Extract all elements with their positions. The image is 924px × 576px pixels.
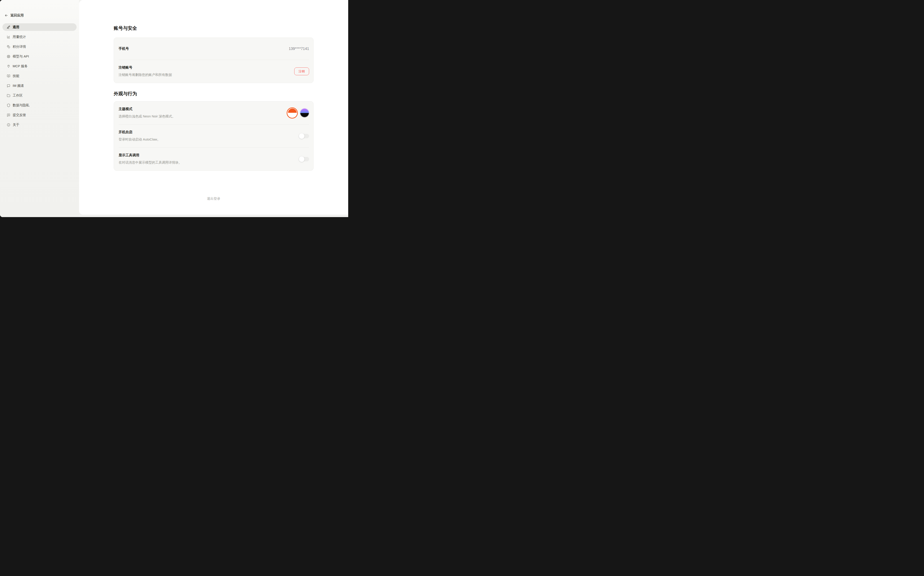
sidebar-item-data-privacy[interactable]: 数据与隐私 (2, 101, 77, 109)
neon-noir-theme-swatch[interactable] (300, 108, 309, 117)
theme-swatches (287, 107, 309, 118)
delete-account-button[interactable]: 注销 (294, 67, 309, 75)
section-title-appearance-behavior: 外观与行为 (114, 90, 314, 97)
sidebar-item-about[interactable]: 关于 (2, 121, 77, 128)
sidebar-item-label: 用量统计 (13, 35, 26, 39)
phone-number-value: 139****7141 (289, 47, 309, 51)
sidebar-item-im-channels[interactable]: IM 频道 (2, 82, 77, 90)
light-theme-swatch-fill (288, 109, 297, 117)
sidebar-item-label: 积分详情 (13, 45, 26, 49)
theme-mode-row: 主题模式 选择橙白浅色或 Neon Noir 深色模式。 (114, 101, 313, 124)
sidebar-item-usage-stats[interactable]: 用量统计 (2, 33, 77, 41)
delete-account-label: 注销账号 (119, 65, 172, 70)
sidebar-item-label: 模型与 API (13, 54, 29, 59)
coins-icon (6, 45, 10, 49)
phone-number-label: 手机号 (119, 46, 129, 51)
account-card: 手机号 139****7141 注销账号 注销账号将删除您的账户和所有数据 注销 (114, 37, 314, 83)
show-tool-calls-row: 显示工具调用 在对话消息中展示模型的工具调用详情块。 (114, 147, 313, 170)
folder-icon (6, 94, 10, 98)
sidebar-item-credits[interactable]: 积分详情 (2, 43, 77, 50)
sidebar-item-skills[interactable]: 技能 (2, 72, 77, 80)
toggle-knob[interactable] (299, 156, 304, 162)
autostart-label: 开机自启 (119, 130, 160, 134)
back-to-app-label: 返回应用 (10, 13, 24, 18)
sidebar-item-label: 关于 (13, 123, 19, 127)
sidebar: 返回应用 通用 用量统计 (0, 0, 79, 217)
message-plus-icon (6, 113, 10, 117)
delete-account-description: 注销账号将删除您的账户和所有数据 (119, 73, 172, 77)
light-theme-swatch[interactable] (287, 107, 298, 118)
sidebar-item-label: 通用 (13, 25, 19, 29)
theme-mode-description: 选择橙白浅色或 Neon Noir 深色模式。 (119, 114, 175, 118)
section-title-account-security: 账号与安全 (114, 25, 314, 31)
logout-row: 退出登录 (114, 197, 314, 201)
toggle-knob[interactable] (299, 133, 304, 139)
autostart-row: 开机自启 登录时自动启动 AutoClaw。 (114, 125, 313, 147)
sidebar-nav: 通用 用量统计 积分详情 (2, 23, 77, 128)
logout-button[interactable]: 退出登录 (206, 197, 222, 201)
sidebar-item-workspace[interactable]: 工作区 (2, 92, 77, 99)
sidebar-item-label: IM 频道 (13, 84, 24, 88)
arrow-left-icon (5, 14, 8, 17)
back-to-app-link[interactable]: 返回应用 (5, 13, 24, 18)
pencil-icon (6, 25, 10, 29)
phone-number-row: 手机号 139****7141 (114, 38, 313, 60)
book-open-icon (6, 74, 10, 78)
sidebar-item-label: MCP 服务 (13, 64, 27, 68)
delete-account-row: 注销账号 注销账号将删除您的账户和所有数据 注销 (114, 60, 313, 83)
shield-icon (6, 104, 10, 107)
sidebar-item-label: 技能 (13, 74, 19, 78)
show-tool-calls-toggle[interactable] (299, 157, 309, 162)
sidebar-item-general[interactable]: 通用 (2, 23, 77, 31)
autostart-toggle[interactable] (299, 134, 309, 138)
info-icon (6, 123, 10, 127)
plug-icon (6, 64, 10, 68)
sidebar-item-label: 工作区 (13, 93, 22, 98)
sidebar-item-label: 提交反馈 (13, 113, 26, 117)
show-tool-calls-description: 在对话消息中展示模型的工具调用详情块。 (119, 160, 182, 165)
chat-bubble-icon (6, 84, 10, 88)
bar-chart-icon (6, 35, 10, 39)
sidebar-item-label: 数据与隐私 (13, 103, 29, 107)
theme-mode-label: 主题模式 (119, 107, 175, 111)
autostart-description: 登录时自动启动 AutoClaw。 (119, 138, 160, 142)
show-tool-calls-label: 显示工具调用 (119, 153, 182, 158)
cpu-icon (6, 54, 10, 58)
sidebar-item-feedback[interactable]: 提交反馈 (2, 111, 77, 119)
settings-window: 返回应用 通用 用量统计 (0, 0, 348, 217)
sidebar-item-mcp-services[interactable]: MCP 服务 (2, 62, 77, 70)
settings-content: 账号与安全 手机号 139****7141 注销账号 注销账号将删除您的账户和所… (114, 0, 314, 201)
settings-panel: 账号与安全 手机号 139****7141 注销账号 注销账号将删除您的账户和所… (79, 0, 348, 214)
appearance-card: 主题模式 选择橙白浅色或 Neon Noir 深色模式。 开机自启 登录时 (114, 101, 314, 171)
sidebar-item-models-api[interactable]: 模型与 API (2, 53, 77, 60)
